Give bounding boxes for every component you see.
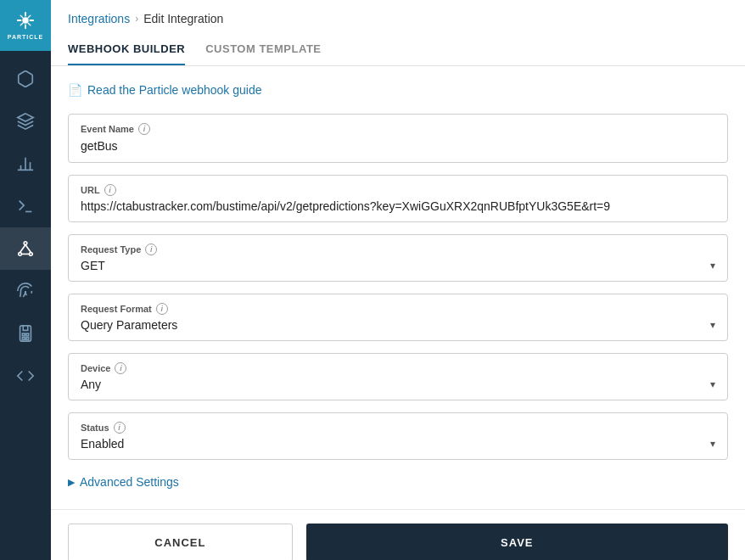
request-format-label: Request Format i — [81, 303, 715, 315]
svg-line-10 — [20, 244, 25, 252]
sidebar-item-console[interactable] — [0, 185, 51, 227]
event-name-label: Event Name i — [81, 123, 715, 135]
logo-text: PARTICLE — [8, 34, 43, 40]
tab-custom-template[interactable]: CUSTOM TEMPLATE — [205, 34, 321, 65]
event-name-info-icon[interactable]: i — [138, 123, 150, 135]
request-type-label: Request Type i — [81, 244, 715, 255]
svg-line-11 — [25, 244, 31, 252]
sidebar-item-layers[interactable] — [0, 100, 51, 143]
chevron-down-icon: ▾ — [710, 438, 715, 450]
svg-point-0 — [22, 17, 28, 23]
sidebar-nav — [0, 51, 51, 560]
sim-icon — [16, 324, 35, 343]
svg-rect-16 — [22, 338, 25, 340]
breadcrumb: Integrations › Edit Integration — [51, 0, 745, 34]
status-info-icon[interactable]: i — [114, 422, 126, 434]
fingerprint-icon — [16, 282, 35, 300]
event-name-field: Event Name i — [68, 114, 728, 163]
sidebar-item-devices[interactable] — [0, 58, 51, 100]
app-logo[interactable]: PARTICLE — [0, 0, 51, 51]
logo-icon — [16, 11, 35, 32]
sidebar: PARTICLE — [0, 0, 51, 560]
main-content: Integrations › Edit Integration WEBHOOK … — [51, 0, 745, 560]
guide-link[interactable]: 📄 Read the Particle webhook guide — [68, 83, 728, 97]
save-button[interactable]: SAVE — [306, 524, 728, 560]
sidebar-item-sim[interactable] — [0, 312, 51, 355]
sidebar-item-auth[interactable] — [0, 270, 51, 312]
request-format-field[interactable]: Request Format i Query Parameters ▾ — [68, 294, 728, 341]
svg-point-7 — [24, 242, 27, 245]
document-icon: 📄 — [68, 83, 82, 97]
advanced-settings-label: Advanced Settings — [80, 475, 179, 489]
svg-rect-17 — [26, 338, 29, 340]
device-label: Device i — [81, 362, 715, 374]
request-type-value: GET — [81, 259, 105, 272]
code-icon — [16, 367, 35, 385]
chevron-right-icon: ▶ — [68, 477, 75, 488]
tab-webhook-builder[interactable]: WEBHOOK BUILDER — [68, 34, 185, 65]
svg-rect-14 — [22, 333, 25, 336]
nodes-icon — [16, 239, 35, 258]
request-type-info-icon[interactable]: i — [145, 244, 157, 255]
chevron-down-icon: ▾ — [710, 378, 715, 390]
url-field: URL i https://ctabustracker.com/bustime/… — [68, 175, 728, 222]
svg-rect-15 — [26, 333, 29, 336]
sidebar-item-code[interactable] — [0, 355, 51, 397]
status-field[interactable]: Status i Enabled ▾ — [68, 412, 728, 460]
status-value: Enabled — [81, 437, 124, 451]
url-info-icon[interactable]: i — [104, 184, 116, 196]
layers-icon — [16, 112, 35, 131]
form-area: 📄 Read the Particle webhook guide Event … — [51, 66, 745, 509]
svg-point-8 — [19, 253, 22, 256]
terminal-icon — [16, 197, 35, 216]
cube-icon — [16, 70, 35, 88]
request-format-select[interactable]: Query Parameters ▾ — [81, 318, 715, 332]
breadcrumb-link[interactable]: Integrations — [68, 12, 130, 25]
request-type-field[interactable]: Request Type i GET ▾ — [68, 234, 728, 282]
advanced-settings-toggle[interactable]: ▶ Advanced Settings — [68, 472, 728, 492]
sidebar-item-reports[interactable] — [0, 143, 51, 185]
request-format-value: Query Parameters — [81, 318, 177, 332]
url-value[interactable]: https://ctabustracker.com/bustime/api/v2… — [81, 199, 715, 213]
breadcrumb-current: Edit Integration — [143, 12, 223, 25]
action-buttons: CANCEL SAVE — [51, 509, 745, 560]
status-select[interactable]: Enabled ▾ — [81, 437, 715, 451]
device-field[interactable]: Device i Any ▾ — [68, 353, 728, 400]
device-value: Any — [81, 378, 101, 391]
sidebar-item-integrations[interactable] — [0, 227, 51, 270]
request-format-info-icon[interactable]: i — [156, 303, 168, 315]
device-select[interactable]: Any ▾ — [81, 378, 715, 391]
request-type-select[interactable]: GET ▾ — [81, 259, 715, 272]
status-label: Status i — [81, 422, 715, 434]
device-info-icon[interactable]: i — [115, 362, 126, 374]
chart-icon — [16, 154, 35, 173]
breadcrumb-separator: › — [135, 13, 138, 25]
event-name-input[interactable] — [81, 139, 715, 153]
chevron-down-icon: ▾ — [710, 319, 715, 331]
svg-point-9 — [30, 253, 33, 256]
guide-link-text: Read the Particle webhook guide — [87, 83, 261, 97]
chevron-down-icon: ▾ — [710, 260, 715, 272]
url-label: URL i — [81, 184, 715, 196]
svg-marker-1 — [18, 114, 33, 121]
tabs-bar: WEBHOOK BUILDER CUSTOM TEMPLATE — [51, 34, 745, 66]
cancel-button[interactable]: CANCEL — [68, 524, 293, 560]
